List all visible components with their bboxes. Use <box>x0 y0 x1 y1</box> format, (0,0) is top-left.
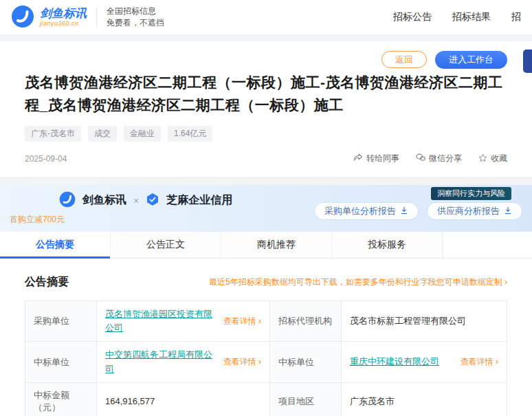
view-details-link[interactable]: 查看详情 › <box>461 356 498 368</box>
tag-status: 成交 <box>88 126 117 142</box>
star-icon <box>478 153 487 164</box>
purchaser-report-label: 采购单位分析报告 <box>324 205 396 217</box>
download-icon <box>504 206 512 217</box>
share-actions: 转给同事 微信分享 收藏 <box>353 153 507 164</box>
header-actions: 返回 进入工作台 <box>25 51 507 69</box>
wechat-icon <box>416 153 425 164</box>
tab-bidding-services[interactable]: 投标服务 <box>332 232 443 258</box>
amount-text: 164,916,577 <box>105 396 155 406</box>
summary-heading: 公告摘要 <box>25 275 69 289</box>
zhima-credit-icon <box>146 193 159 208</box>
tab-announcement-body[interactable]: 公告正文 <box>111 232 221 258</box>
tab-bar: 公告摘要 公告正文 商机推荐 投标服务 <box>0 232 532 259</box>
summary-header: 公告摘要 最近5年招标采购数据均可导出下载，如需要多年份和行业字段您可申请数据定… <box>25 275 507 289</box>
promo-left: 剑鱼标讯 × 芝麻企业信用 首购立减700元 <box>10 191 232 226</box>
divider <box>96 8 97 27</box>
page: 剑鱼标讯 jianyu360.cn 全国招标信息 免费看，不遮挡 招标公告 招标… <box>0 0 532 416</box>
download-icon <box>400 206 408 217</box>
side-float-widget[interactable] <box>523 50 532 73</box>
report-buttons: 采购单位分析报告 供应商分析报告 <box>314 202 522 220</box>
summary-section: 公告摘要 最近5年招标采购数据均可导出下载，如需要多年份和行业字段您可申请数据定… <box>0 259 532 416</box>
insight-ribbon-badge: 洞察同行实力与风险 <box>431 187 511 200</box>
wechat-share-label: 微信分享 <box>429 153 462 164</box>
tag-amount: 1.64亿元 <box>168 126 212 142</box>
table-cell: 茂名市标新工程管理有限公司 <box>342 301 507 342</box>
purchaser-analysis-report-button[interactable]: 采购单位分析报告 <box>314 202 419 220</box>
view-details-link[interactable]: 查看详情 › <box>223 316 261 327</box>
forward-icon <box>353 153 363 164</box>
enter-workspace-button[interactable]: 进入工作台 <box>435 51 507 69</box>
nav-bid-announcements[interactable]: 招标公告 <box>393 11 432 23</box>
slogan-line1: 全国招标信息 <box>107 6 164 17</box>
table-label: 项目地区 <box>270 383 342 416</box>
publish-date: 2025-09-04 <box>25 154 67 164</box>
table-label: 中标金额（元） <box>25 383 97 416</box>
tab-bar-filler <box>443 232 532 258</box>
promo-logos: 剑鱼标讯 × 芝麻企业信用 <box>59 191 232 210</box>
tag-region: 广东-茂名市 <box>25 126 81 142</box>
logo-title: 剑鱼标讯 <box>40 8 87 21</box>
table-cell: 中交第四航务工程局有限公司 查看详情 › <box>97 342 270 382</box>
purchaser-company-link[interactable]: 茂名博贺渔港园区投资有限公司 <box>105 307 218 335</box>
logo-text: 剑鱼标讯 jianyu360.cn <box>40 8 87 28</box>
announcement-title: 茂名博贺渔港经济区二期工程（一标段）施工-茂名博贺渔港经济区二期工程_茂名博贺渔… <box>25 72 507 116</box>
nav-item-cutoff[interactable]: 招 <box>511 11 521 23</box>
promo-brand-jianyu: 剑鱼标讯 <box>82 193 126 208</box>
table-label: 中标单位 <box>270 342 342 382</box>
supplier-analysis-report-button[interactable]: 供应商分析报告 <box>427 202 522 220</box>
promo-brand-zhima: 芝麻企业信用 <box>166 193 232 208</box>
winner-company-link[interactable]: 重庆中环建设有限公司 <box>350 355 439 369</box>
first-purchase-offer: 首购立减700元 <box>10 214 232 226</box>
tag-industry: 金融业 <box>124 126 161 142</box>
site-logo[interactable]: 剑鱼标讯 jianyu360.cn <box>11 5 87 30</box>
wechat-share-button[interactable]: 微信分享 <box>416 153 462 164</box>
top-nav: 招标公告 招标结果 招 <box>393 11 521 23</box>
tab-announcement-summary[interactable]: 公告摘要 <box>0 232 111 258</box>
cross-symbol: × <box>133 195 139 206</box>
meta-row: 2025-09-04 转给同事 微信分享 <box>25 153 507 164</box>
table-label: 招标代理机构 <box>270 301 342 342</box>
site-slogan: 全国招标信息 免费看，不遮挡 <box>107 6 164 30</box>
nav-bid-results[interactable]: 招标结果 <box>452 11 491 23</box>
table-cell: 重庆中环建设有限公司 查看详情 › <box>342 342 507 382</box>
topbar: 剑鱼标讯 jianyu360.cn 全国招标信息 免费看，不遮挡 招标公告 招标… <box>0 0 532 34</box>
forward-to-colleague-button[interactable]: 转给同事 <box>353 153 399 164</box>
agency-name: 茂名市标新工程管理有限公司 <box>350 315 466 327</box>
table-label: 采购单位 <box>25 301 97 342</box>
tag-list: 广东-茂名市 成交 金融业 1.64亿元 <box>25 126 507 142</box>
slogan-line2: 免费看，不遮挡 <box>107 17 164 29</box>
tab-business-recommendations[interactable]: 商机推荐 <box>221 232 332 258</box>
announcement-header-card: 返回 进入工作台 茂名博贺渔港经济区二期工程（一标段）施工-茂名博贺渔港经济区二… <box>0 41 532 177</box>
winner-company-link[interactable]: 中交第四航务工程局有限公司 <box>105 348 218 375</box>
supplier-report-label: 供应商分析报告 <box>437 205 500 217</box>
table-label: 中标单位 <box>25 342 97 382</box>
view-details-link[interactable]: 查看详情 › <box>223 356 261 368</box>
region-text: 广东茂名市 <box>350 395 395 408</box>
credit-promo-banner: 剑鱼标讯 × 芝麻企业信用 首购立减700元 洞察同行实力与风险 采购单位分析报… <box>0 185 532 232</box>
favorite-button[interactable]: 收藏 <box>478 153 507 164</box>
favorite-label: 收藏 <box>491 153 507 164</box>
data-export-notice-link[interactable]: 最近5年招标采购数据均可导出下载，如需要多年份和行业字段您可申请数据定制 › <box>209 276 507 288</box>
back-button[interactable]: 返回 <box>381 51 427 68</box>
fish-logo-icon <box>59 191 76 210</box>
winning-amount-value: 164,916,577 <box>97 383 270 416</box>
summary-table: 采购单位 茂名博贺渔港园区投资有限公司 查看详情 › 招标代理机构 茂名市标新工… <box>25 300 507 416</box>
logo-domain: jianyu360.cn <box>40 20 87 27</box>
project-region-value: 广东茂名市 <box>342 383 507 416</box>
table-cell: 茂名博贺渔港园区投资有限公司 查看详情 › <box>97 301 270 342</box>
fish-logo-icon <box>11 5 34 30</box>
forward-label: 转给同事 <box>366 153 399 164</box>
